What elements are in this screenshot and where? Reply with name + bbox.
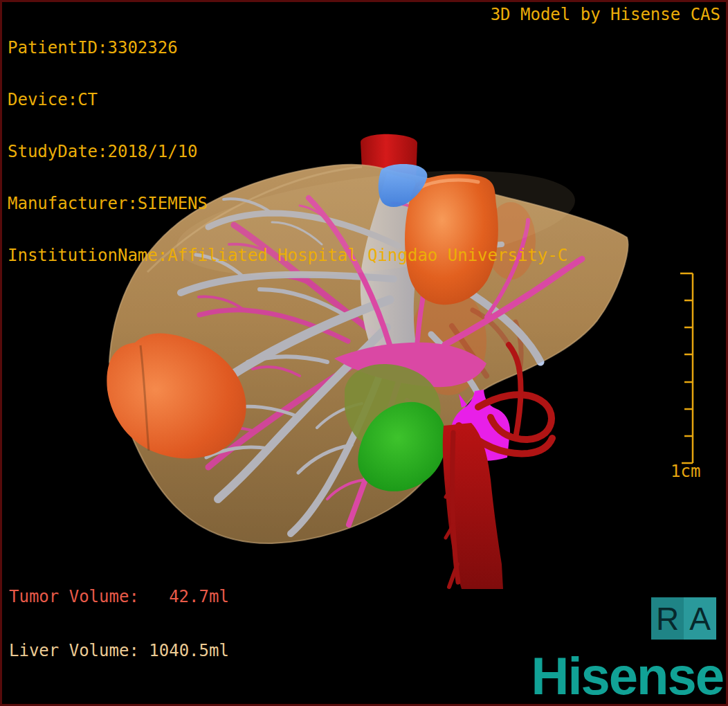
tumor-volume-row: Tumor Volume: 42.7ml bbox=[9, 588, 229, 606]
institution-name: InstitutionName:Affiliated Hospital Qing… bbox=[8, 247, 567, 264]
liver-volume-label: Liver Volume: bbox=[9, 642, 139, 660]
volume-readouts: Tumor Volume: 42.7ml Liver Volume: 1040.… bbox=[9, 552, 229, 696]
liver-volume-row: Liver Volume: 1040.5ml bbox=[9, 642, 229, 660]
patient-id: PatientID:3302326 bbox=[8, 39, 567, 57]
model-title: 3D Model by Hisense CAS bbox=[491, 5, 720, 24]
orientation-marker: R A bbox=[651, 597, 716, 640]
patient-info-block: PatientID:3302326 Device:CT StudyDate:20… bbox=[8, 5, 567, 299]
scale-label: 1cm bbox=[671, 462, 700, 481]
application-window: PatientID:3302326 Device:CT StudyDate:20… bbox=[0, 0, 728, 706]
tumor-volume-label: Tumor Volume: bbox=[9, 588, 139, 606]
liver-volume-value: 1040.5ml bbox=[139, 642, 229, 660]
hisense-logo: Hisense bbox=[531, 650, 724, 703]
manufacturer: Manufacturer:SIEMENS bbox=[8, 195, 567, 212]
scale-bar bbox=[661, 268, 705, 484]
orientation-letter-right: R bbox=[651, 597, 684, 640]
study-date: StudyDate:2018/1/10 bbox=[8, 143, 567, 161]
orientation-letter-anterior: A bbox=[684, 597, 716, 640]
tumor-volume-value: 42.7ml bbox=[139, 588, 229, 606]
device: Device:CT bbox=[8, 91, 567, 109]
